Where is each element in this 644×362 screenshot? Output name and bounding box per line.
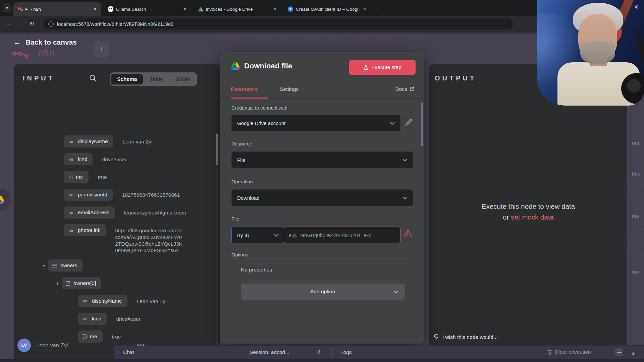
add-node-button[interactable]: +: [94, 41, 109, 57]
schema-row[interactable]: AB kind drive#user: [64, 153, 215, 165]
tab-favicon: [288, 6, 293, 12]
dialog-scrollbar-thumb[interactable]: [421, 103, 423, 146]
tab-settings[interactable]: Settings: [280, 86, 299, 92]
string-type-icon: AB: [68, 157, 74, 162]
operation-value: Download: [237, 195, 260, 201]
schema-key-pill[interactable]: AB photoLink: [64, 224, 106, 236]
file-id-input[interactable]: [284, 227, 400, 243]
pop-out-logs-icon[interactable]: [615, 348, 623, 356]
browser-tab[interactable]: Create OAuth client ID – Googl ✕: [284, 2, 371, 16]
schema-row[interactable]: ✓ me true: [64, 171, 215, 183]
chevron-down-icon[interactable]: ▾: [43, 263, 45, 268]
schema-key-pill[interactable]: owners[0]: [62, 277, 101, 289]
schema-key: me: [76, 174, 83, 180]
session-label: Session: adcbd...: [250, 349, 289, 355]
tab-close-icon[interactable]: ✕: [272, 6, 278, 12]
collapse-panel-icon[interactable]: ▴: [632, 350, 635, 356]
schema-row[interactable]: AB permissionId 18275668476632570861: [64, 189, 215, 201]
browser-tab[interactable]: Ollama Search ✕: [104, 2, 191, 16]
credential-select[interactable]: Google Drive account: [231, 115, 400, 131]
logs-tab[interactable]: Logs: [340, 349, 352, 355]
execute-step-label: Execute step: [371, 64, 401, 70]
file-mode-select[interactable]: By ID: [231, 227, 284, 243]
edit-credential-pencil-icon[interactable]: [404, 118, 413, 127]
dialog-tabs: Parameters Settings Docs: [220, 82, 424, 99]
window-close-button[interactable]: ✕: [631, 2, 641, 12]
string-type-icon: AB: [68, 228, 74, 233]
schema-key-pill[interactable]: owners: [48, 259, 83, 272]
tab-separator: [283, 6, 283, 12]
tab-search-icon[interactable]: ▾: [3, 3, 11, 12]
tab-title: - n8n: [31, 7, 41, 12]
user-menu-more-icon[interactable]: •••: [137, 342, 145, 349]
wish-feedback-button[interactable]: I wish this node would...: [433, 334, 498, 341]
schema-key: kind: [92, 316, 101, 322]
schema-row[interactable]: AB emailAddress leonvanzyldev@gmail.com: [64, 206, 215, 219]
output-panel: OUTPUT Execute this node to view data or…: [429, 64, 627, 362]
scrollbar-thumb[interactable]: [216, 134, 218, 165]
schema-key-pill[interactable]: AB kind: [78, 313, 107, 325]
canvas-node-circle-partial: [630, 233, 644, 254]
reload-icon[interactable]: ↻: [26, 20, 38, 27]
schema-key-pill[interactable]: ✓ me: [64, 171, 89, 183]
schema-key-pill[interactable]: AB permissionId: [64, 189, 113, 201]
tab-close-icon[interactable]: ✕: [182, 6, 188, 12]
execute-step-button[interactable]: Execute step: [349, 60, 416, 75]
tab-close-icon[interactable]: ✕: [92, 6, 98, 12]
array-type-icon: [52, 264, 57, 267]
clear-execution-button[interactable]: Clear execution: [547, 349, 591, 355]
forward-icon[interactable]: →: [15, 20, 26, 27]
avatar: LV: [17, 339, 31, 352]
output-empty-state: Execute this node to view data or set mo…: [429, 201, 627, 223]
address-bar[interactable]: i localhost:5678/workflow/6IhlerWfGT8MNn…: [43, 18, 513, 29]
schema-row[interactable]: AB displayName Leon van Zyl: [78, 295, 215, 307]
search-icon[interactable]: [89, 74, 97, 82]
tab-close-icon[interactable]: ✕: [362, 6, 368, 12]
resource-select[interactable]: File: [231, 152, 413, 168]
site-info-icon[interactable]: i: [48, 21, 54, 27]
add-option-button[interactable]: Add option: [241, 284, 405, 300]
input-view-tab[interactable]: Table: [144, 74, 169, 84]
input-scrollbar[interactable]: [216, 133, 218, 358]
tab-favicon: [108, 6, 113, 12]
chevron-down-icon[interactable]: ▾: [56, 281, 59, 286]
bottom-strip: [0, 359, 644, 362]
input-view-tab[interactable]: Schema: [111, 74, 143, 84]
boolean-type-icon: ✓: [68, 175, 72, 179]
input-view-tab[interactable]: JSON: [170, 74, 196, 84]
output-panel-title: OUTPUT: [435, 74, 476, 82]
schema-key: photoLink: [78, 227, 100, 233]
back-icon[interactable]: ←: [3, 20, 15, 27]
schema-row[interactable]: AB displayName Leon van Zyl: [64, 135, 215, 147]
schema-row[interactable]: ▾ owners: [43, 259, 215, 272]
warning-icon[interactable]: [403, 229, 413, 238]
no-properties-text: No properties: [241, 267, 272, 273]
schema-row[interactable]: ▾ owners[0]: [56, 277, 215, 289]
schema-key: owners[0]: [73, 280, 96, 286]
schema-row[interactable]: AB kind drive#user: [78, 313, 215, 325]
tab-docs[interactable]: Docs: [395, 86, 414, 92]
schema-row[interactable]: AB photoLink https://lh3.googleuserconte…: [64, 224, 215, 254]
string-type-icon: AB: [82, 298, 89, 304]
tab-separator: [193, 6, 193, 12]
back-to-canvas-button[interactable]: ← Back to canvas: [13, 38, 77, 47]
browser-tab[interactable]: ▶ - n8n ✕: [13, 2, 101, 16]
new-tab-button[interactable]: +: [373, 3, 383, 13]
tab-parameters[interactable]: Parameters: [231, 86, 258, 92]
schema-key-pill[interactable]: AB emailAddress: [64, 206, 115, 219]
tab-separator: [373, 6, 373, 12]
user-menu[interactable]: LV Leon van Zyl •••: [17, 339, 145, 352]
schema-key-pill[interactable]: AB displayName: [64, 135, 113, 147]
resource-label: Resource: [231, 141, 252, 146]
set-mock-data-link[interactable]: set mock data: [511, 213, 554, 221]
google-drive-icon: [0, 195, 4, 204]
reset-session-icon[interactable]: ↺: [316, 349, 321, 356]
string-type-icon: AB: [68, 192, 74, 197]
browser-tab[interactable]: invoices - Google Drive ✕: [194, 2, 281, 16]
wish-label: I wish this node would...: [442, 334, 498, 340]
schema-key-pill[interactable]: AB kind: [64, 153, 93, 165]
operation-select[interactable]: Download: [231, 189, 413, 206]
canvas-node-google-drive[interactable]: [0, 189, 10, 210]
schema-key-pill[interactable]: AB displayName: [78, 295, 127, 307]
options-divider: [231, 261, 413, 261]
